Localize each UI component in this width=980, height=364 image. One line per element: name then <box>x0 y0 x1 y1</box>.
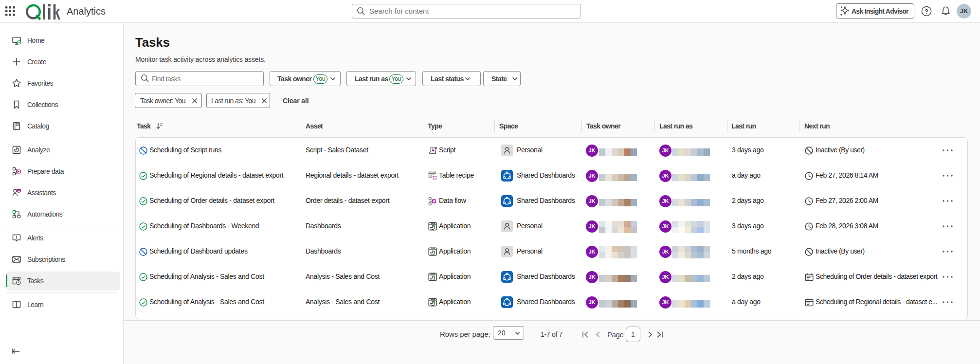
svg-text:?: ? <box>925 8 928 15</box>
